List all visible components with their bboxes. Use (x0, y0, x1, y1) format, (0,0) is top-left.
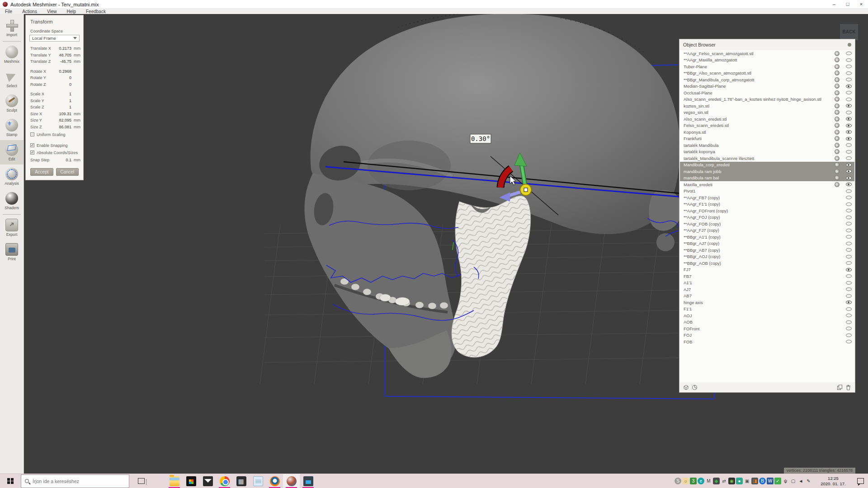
field-value[interactable]: 109.31 (52, 112, 71, 116)
visibility-eye-icon[interactable] (846, 124, 852, 127)
taskbar-clock[interactable]: 12:25 2020. 01. 17. (816, 476, 850, 487)
visibility-eye-icon[interactable] (846, 287, 852, 291)
maximize-button[interactable]: □ (841, 0, 854, 9)
tool-select[interactable]: Select (0, 67, 24, 91)
snap-step-value[interactable]: 0.1 (52, 158, 71, 162)
3dconnexion-icon[interactable]: 3 (690, 478, 697, 484)
object-row[interactable]: Frankfurti (680, 136, 854, 142)
object-row[interactable]: **BBgr_Also_scann_atmozgatott.stl (680, 70, 854, 77)
tool-shaders[interactable]: Shaders (0, 189, 24, 213)
object-row[interactable]: **AAgr_FOJ (copy) (680, 214, 854, 221)
shader-icon[interactable] (835, 77, 840, 82)
shader-icon[interactable] (835, 123, 840, 128)
tool-import[interactable]: Import (0, 16, 24, 40)
bounding-box-icon[interactable] (683, 385, 689, 390)
tool-stamp[interactable]: Stamp (0, 116, 24, 140)
shader-icon[interactable] (835, 103, 840, 108)
panel-menu-icon[interactable] (848, 43, 851, 47)
cancel-button[interactable]: Cancel (56, 168, 79, 176)
visibility-eye-icon[interactable] (846, 255, 852, 258)
object-row[interactable]: A1'1 (680, 280, 854, 286)
shader-icon[interactable] (835, 64, 840, 69)
object-row[interactable]: tartalék Mandibula (680, 142, 854, 149)
object-row[interactable]: **BBgr_AJ7 (copy) (680, 240, 854, 247)
onedrive-icon[interactable]: S (675, 478, 681, 484)
taskbar-app-blender[interactable] (266, 474, 283, 488)
visibility-eye-icon[interactable] (846, 248, 852, 252)
object-row[interactable]: **BBgr_Mandibula_corp_atmozgatott (680, 76, 854, 83)
coordinate-space-select[interactable]: Local Frame (29, 35, 80, 42)
field-value[interactable]: 48.705 (52, 53, 71, 57)
visibility-eye-icon[interactable] (846, 176, 852, 180)
object-row[interactable]: **AAgr_FOFront (copy) (680, 207, 854, 214)
object-row[interactable]: **BBgr_A1'1 (copy) (680, 234, 854, 240)
action-center-button[interactable] (853, 474, 868, 488)
field-value[interactable]: 82.095 (52, 118, 71, 122)
shader-icon[interactable] (835, 169, 840, 174)
object-row[interactable]: Koponya.stl (680, 129, 854, 136)
shader-icon[interactable] (835, 182, 840, 187)
object-row[interactable]: **AAgr_Felso_scann_atmozgatott.stl (680, 50, 854, 57)
object-row[interactable]: Tuber-Plane (680, 63, 854, 70)
system-tool-icon[interactable]: ▣ (744, 478, 750, 484)
network-icon[interactable]: ▢ (790, 478, 797, 484)
shader-sphere-icon[interactable] (692, 385, 698, 390)
tool-sculpt[interactable]: Sculpt (0, 91, 24, 116)
taskbar-app-explorer[interactable] (166, 474, 183, 488)
object-row[interactable]: **BBgr_AOB (copy) (680, 260, 854, 267)
quick-assist-icon[interactable]: ● (736, 478, 743, 484)
field-value[interactable]: 0 (52, 82, 71, 87)
visibility-eye-icon[interactable] (846, 71, 852, 75)
field-value[interactable]: 1 (52, 99, 71, 103)
shader-icon[interactable] (835, 51, 840, 56)
visibility-eye-icon[interactable] (846, 163, 852, 167)
taskbar-app-notepad[interactable] (250, 474, 266, 488)
antivirus-icon[interactable]: e (698, 478, 704, 484)
shader-icon[interactable] (835, 149, 840, 154)
taskbar-app-mail[interactable] (199, 474, 216, 488)
object-row[interactable]: AOJ (680, 312, 854, 319)
object-row[interactable]: Felso_scann_eredeti.stl (680, 122, 854, 129)
object-row[interactable]: Median-Sagittal-Plane (680, 83, 854, 90)
shader-icon[interactable] (835, 70, 840, 75)
microphone-icon[interactable]: M (705, 478, 712, 484)
back-button[interactable]: BACK (840, 24, 858, 40)
visibility-eye-icon[interactable] (846, 169, 852, 173)
visibility-eye-icon[interactable] (846, 84, 852, 88)
field-value[interactable]: 0.2173 (52, 46, 71, 51)
shader-icon[interactable] (835, 156, 840, 161)
visibility-eye-icon[interactable] (846, 327, 852, 330)
field-value[interactable]: -46.75 (52, 59, 71, 64)
usb-icon[interactable]: ψ (782, 478, 789, 484)
visibility-eye-icon[interactable] (846, 137, 852, 141)
taskbar-search[interactable] (21, 474, 129, 488)
visibility-eye-icon[interactable] (846, 268, 852, 272)
visibility-eye-icon[interactable] (846, 314, 852, 317)
word-icon[interactable]: W (767, 478, 774, 484)
shader-icon[interactable] (835, 162, 840, 167)
object-row[interactable]: mandibula ram bal (680, 175, 854, 182)
visibility-eye-icon[interactable] (846, 242, 852, 245)
absolute-coords-checkbox[interactable] (30, 150, 34, 155)
object-row[interactable]: tartalék_Mandibula_scannre illesztett (680, 155, 854, 162)
menu-help[interactable]: Help (61, 9, 81, 14)
visibility-eye-icon[interactable] (846, 216, 852, 219)
visibility-eye-icon[interactable] (846, 196, 852, 199)
shader-icon[interactable] (835, 175, 840, 180)
shader-icon[interactable] (835, 136, 840, 141)
visibility-eye-icon[interactable] (846, 111, 852, 114)
visibility-eye-icon[interactable] (846, 156, 852, 160)
tool-analysis[interactable]: Analysis (0, 164, 24, 189)
search-input[interactable] (33, 479, 118, 484)
sync-icon[interactable]: ⇄ (721, 478, 727, 484)
object-row[interactable]: **AAgr_FB7 (copy) (680, 194, 854, 201)
object-row[interactable]: AB7 (680, 293, 854, 300)
menu-actions[interactable]: Actions (17, 9, 42, 14)
enable-snapping-checkbox[interactable] (30, 143, 34, 147)
object-row[interactable]: Also_scann_eredeti_1.78°-ban_a_koztes si… (680, 96, 854, 103)
visibility-eye-icon[interactable] (846, 65, 852, 68)
safety-check-icon[interactable]: ✓ (774, 478, 781, 484)
visibility-eye-icon[interactable] (846, 333, 852, 337)
weather-icon[interactable]: ☼ (682, 478, 689, 484)
visibility-eye-icon[interactable] (846, 222, 852, 225)
